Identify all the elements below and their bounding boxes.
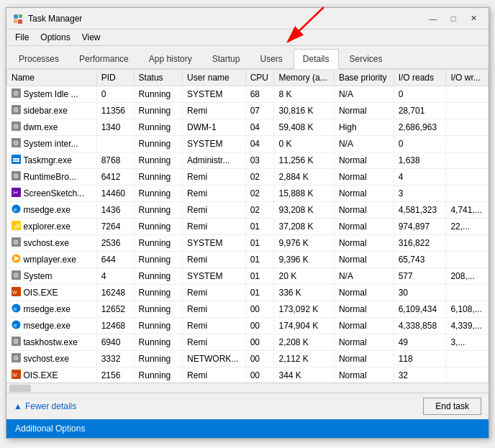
cell-status: Running — [134, 186, 183, 202]
table-row[interactable]: e msedge.exe 12468 Running Remi 00 174,9… — [7, 318, 489, 334]
process-icon: ⚙ — [12, 353, 21, 365]
col-name[interactable]: Name — [7, 70, 97, 86]
col-pid[interactable]: PID — [96, 70, 134, 86]
svg-text:⚙: ⚙ — [13, 173, 19, 180]
cell-user: Remi — [183, 202, 246, 219]
cell-priority: Normal — [334, 219, 394, 235]
svg-text:📁: 📁 — [13, 221, 21, 230]
tab-details[interactable]: Details — [294, 49, 339, 69]
table-row[interactable]: ⚙ System 4 Running SYSTEM 01 20 K N/A 57… — [7, 268, 489, 285]
cell-priority: Normal — [334, 285, 394, 301]
cell-pid: 11356 — [96, 103, 134, 119]
cell-name: ⚙ svchost.exe — [7, 235, 97, 252]
cell-name: ⚙ System inter... — [7, 136, 97, 152]
fewer-details-button[interactable]: ▲ Fewer details — [14, 401, 76, 411]
table-row[interactable]: e msedge.exe 12652 Running Remi 00 173,0… — [7, 301, 489, 318]
col-status[interactable]: Status — [134, 70, 183, 86]
cell-memory: 336 K — [274, 285, 334, 301]
tab-performance[interactable]: Performance — [70, 49, 138, 68]
end-task-button[interactable]: End task — [423, 398, 481, 415]
cell-priority: Normal — [334, 252, 394, 268]
tab-services[interactable]: Services — [340, 49, 392, 68]
cell-name: wmplayer.exe — [7, 252, 97, 268]
cell-io-wr: 6,108,... — [446, 301, 489, 318]
cell-user: SYSTEM — [183, 136, 246, 152]
table-row[interactable]: Taskmgr.exe 8768 Running Administr... 03… — [7, 152, 489, 169]
tab-startup[interactable]: Startup — [203, 49, 250, 68]
horizontal-scrollbar[interactable] — [6, 383, 489, 393]
table-row[interactable]: 📁 explorer.exe 7264 Running Remi 01 37,2… — [7, 219, 489, 235]
title-bar: Task Manager — □ ✕ — [6, 8, 489, 29]
cell-io-wr: 4,339,... — [446, 318, 489, 334]
svg-text:⚙: ⚙ — [13, 123, 19, 130]
cell-status: Running — [134, 367, 183, 383]
additional-options-bar[interactable]: Additional Options — [6, 419, 489, 438]
cell-user: Remi — [183, 301, 246, 318]
cell-priority: Normal — [334, 235, 394, 252]
menu-file[interactable]: File — [9, 31, 35, 44]
fewer-details-label: Fewer details — [25, 401, 76, 411]
table-row[interactable]: W OIS.EXE 16248 Running Remi 01 336 K No… — [7, 285, 489, 301]
svg-text:⚙: ⚙ — [13, 140, 19, 147]
tab-bar: Processes Performance App history Startu… — [6, 46, 489, 69]
cell-user: Administr... — [183, 152, 246, 169]
table-row[interactable]: ⚙ RuntimeBro... 6412 Running Remi 02 2,8… — [7, 169, 489, 186]
process-icon: W — [12, 287, 21, 298]
table-row[interactable]: ⚙ dwm.exe 1340 Running DWM-1 04 59,408 K… — [7, 119, 489, 136]
col-io-wr[interactable]: I/O wr... — [446, 70, 489, 86]
table-row[interactable]: ⚙ svchost.exe 2536 Running SYSTEM 01 9,9… — [7, 235, 489, 252]
cell-io-wr — [446, 367, 489, 383]
cell-priority: High — [334, 119, 394, 136]
process-icon: ⚙ — [12, 105, 21, 116]
cell-priority: N/A — [334, 86, 394, 103]
close-button[interactable]: ✕ — [464, 12, 483, 26]
col-cpu[interactable]: CPU — [245, 70, 274, 86]
cell-cpu: 07 — [245, 103, 274, 119]
table-row[interactable]: ⚙ System inter... Running SYSTEM 04 0 K … — [7, 136, 489, 152]
table-row[interactable]: ⚙ sidebar.exe 11356 Running Remi 07 30,8… — [7, 103, 489, 119]
table-row[interactable]: ✂ ScreenSketch... 14460 Running Remi 02 … — [7, 186, 489, 202]
process-table-container[interactable]: Name PID Status User name CPU Memory (a.… — [6, 69, 489, 383]
cell-name: W OIS.EXE — [7, 367, 97, 383]
cell-status: Running — [134, 119, 183, 136]
tab-users[interactable]: Users — [250, 49, 291, 68]
table-row[interactable]: ⚙ System Idle ... 0 Running SYSTEM 68 8 … — [7, 86, 489, 103]
maximize-button[interactable]: □ — [444, 12, 463, 26]
cell-priority: Normal — [334, 152, 394, 169]
cell-status: Running — [134, 86, 183, 103]
table-row[interactable]: W OIS.EXE 2156 Running Remi 00 344 K Nor… — [7, 367, 489, 383]
col-priority[interactable]: Base priority — [334, 70, 394, 86]
cell-priority: Normal — [334, 202, 394, 219]
tab-processes[interactable]: Processes — [9, 49, 68, 68]
table-row[interactable]: e msedge.exe 1436 Running Remi 02 93,208… — [7, 202, 489, 219]
col-username[interactable]: User name — [183, 70, 246, 86]
cell-user: Remi — [183, 103, 246, 119]
table-row[interactable]: ⚙ taskhostw.exe 6940 Running Remi 00 2,2… — [7, 334, 489, 351]
cell-io-wr — [446, 152, 489, 169]
svg-rect-0 — [14, 14, 18, 19]
process-icon: ⚙ — [12, 171, 21, 183]
cell-cpu: 00 — [245, 301, 274, 318]
menu-view[interactable]: View — [76, 31, 106, 44]
minimize-button[interactable]: — — [424, 12, 442, 26]
svg-rect-3 — [18, 19, 22, 24]
cell-name: ⚙ taskhostw.exe — [7, 334, 97, 351]
cell-pid: 8768 — [96, 152, 134, 169]
cell-memory: 20 K — [274, 268, 334, 285]
cell-user: Remi — [183, 252, 246, 268]
cell-memory: 174,904 K — [274, 318, 334, 334]
menu-options[interactable]: Options — [35, 31, 76, 44]
col-io-reads[interactable]: I/O reads — [394, 70, 446, 86]
table-row[interactable]: ⚙ svchost.exe 3332 Running NETWORK... 00… — [7, 351, 489, 367]
cell-pid: 12652 — [96, 301, 134, 318]
cell-pid: 1340 — [96, 119, 134, 136]
table-row[interactable]: wmplayer.exe 644 Running Remi 01 9,396 K… — [7, 252, 489, 268]
cell-pid: 14460 — [96, 186, 134, 202]
process-icon: ⚙ — [12, 88, 21, 100]
cell-memory: 59,408 K — [274, 119, 334, 136]
cell-io-reads: 30 — [394, 285, 446, 301]
cell-io-wr — [446, 86, 489, 103]
col-memory[interactable]: Memory (a... — [274, 70, 334, 86]
tab-app-history[interactable]: App history — [140, 49, 201, 68]
svg-text:W: W — [12, 372, 17, 378]
